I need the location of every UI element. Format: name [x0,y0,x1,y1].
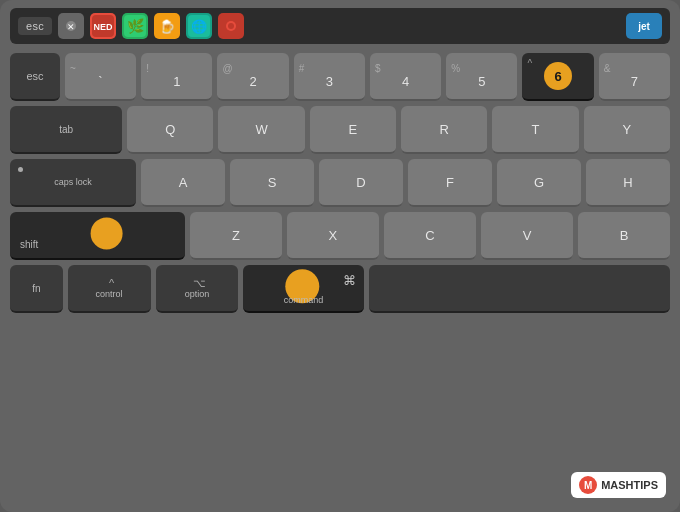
touch-bar: esc ✕ NED 🌿 🍺 🌐 [10,8,670,44]
caps-led [18,167,23,172]
key-y[interactable]: Y [584,106,670,154]
key-e[interactable]: E [310,106,396,154]
key-2[interactable]: @ 2 [217,53,288,101]
svg-point-12 [228,23,234,29]
touchbar-rec-icon[interactable] [218,13,244,39]
key-fn[interactable]: fn [10,265,63,313]
touchbar-beer-icon[interactable]: 🍺 [154,13,180,39]
keyboard-container: esc ✕ NED 🌿 🍺 🌐 [0,0,680,512]
key-tab[interactable]: tab [10,106,122,154]
touchbar-globe-icon[interactable]: 🌐 [186,13,212,39]
mashtips-badge: M MASHTIPS [571,472,666,498]
asdf-row: caps lock A S D F G H [10,159,670,207]
key-1[interactable]: ! 1 [141,53,212,101]
key-r[interactable]: R [401,106,487,154]
key-control[interactable]: ^ control [68,265,151,313]
touchbar-app-icons: ✕ NED 🌿 🍺 🌐 [58,13,620,39]
svg-text:🌐: 🌐 [191,18,208,35]
bottom-row: fn ^ control ⌥ option ⌘ command [10,265,670,313]
svg-text:🍺: 🍺 [159,18,176,35]
key-b[interactable]: B [578,212,670,260]
key-v[interactable]: V [481,212,573,260]
key-c[interactable]: C [384,212,476,260]
key-s[interactable]: S [230,159,314,207]
touchbar-ned-icon[interactable]: NED [90,13,116,39]
qwerty-row: tab Q W E R T Y [10,106,670,154]
key-3[interactable]: # 3 [294,53,365,101]
key-z[interactable]: Z [190,212,282,260]
svg-text:NED: NED [94,22,114,32]
key-h[interactable]: H [586,159,670,207]
key-tilde[interactable]: ~ ` [65,53,136,101]
key-t[interactable]: T [492,106,578,154]
key-7[interactable]: & 7 [599,53,670,101]
key-x[interactable]: X [287,212,379,260]
mashtips-logo: M [579,476,597,494]
key-esc[interactable]: esc [10,53,60,101]
svg-text:🌿: 🌿 [127,18,145,35]
touchbar-close-icon[interactable]: ✕ [58,13,84,39]
key-capslock[interactable]: caps lock [10,159,136,207]
key-g[interactable]: G [497,159,581,207]
key-6[interactable]: ^ 6 [522,53,593,101]
key-w[interactable]: W [218,106,304,154]
key-q[interactable]: Q [127,106,213,154]
touchbar-leaf-icon[interactable]: 🌿 [122,13,148,39]
key-d[interactable]: D [319,159,403,207]
key-shift-left[interactable]: shift [10,212,185,260]
svg-text:✕: ✕ [67,22,75,32]
key-a[interactable]: A [141,159,225,207]
key-f[interactable]: F [408,159,492,207]
number-row: esc ~ ` ! 1 @ 2 # 3 $ 4 % 5 ^ 6 [10,53,670,101]
mashtips-text: MASHTIPS [601,479,658,491]
zxcv-row: shift Z X C V B [10,212,670,260]
key-5[interactable]: % 5 [446,53,517,101]
key-option[interactable]: ⌥ option [156,265,239,313]
touchbar-jet-icon[interactable]: jet [626,13,662,39]
touchbar-esc[interactable]: esc [18,17,52,35]
key-command[interactable]: ⌘ command [243,265,363,313]
key-4[interactable]: $ 4 [370,53,441,101]
key-space[interactable] [369,265,670,313]
